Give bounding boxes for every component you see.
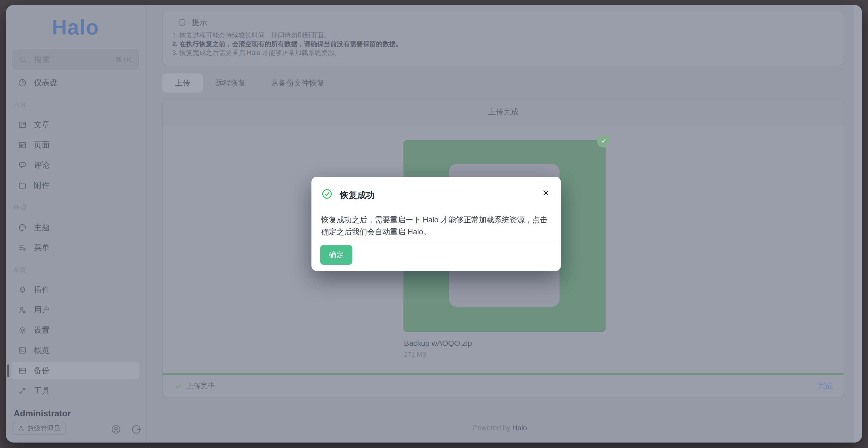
nav-label: 菜单 bbox=[34, 242, 50, 253]
sidebar-item-attachments[interactable]: 附件 bbox=[11, 177, 140, 194]
logout-icon[interactable] bbox=[131, 424, 142, 435]
upload-status-header: 上传完成 bbox=[163, 99, 844, 125]
powered-brand-link[interactable]: Halo bbox=[512, 424, 527, 432]
nav-label: 设置 bbox=[34, 325, 50, 336]
tips-line: 3. 恢复完成之后需要重启 Halo 才能够正常加载系统资源。 bbox=[172, 48, 836, 57]
search-input[interactable] bbox=[33, 55, 115, 64]
search-icon bbox=[19, 56, 27, 64]
sidebar-item-posts[interactable]: 文章 bbox=[11, 116, 140, 133]
scrollbar-gutter[interactable] bbox=[854, 5, 862, 443]
active-indicator bbox=[7, 364, 9, 377]
upload-footer: 上传完毕 完成 bbox=[163, 375, 844, 397]
info-icon bbox=[178, 18, 186, 27]
gear-icon bbox=[18, 326, 27, 335]
success-check-circle-icon bbox=[321, 188, 333, 200]
user-settings-icon bbox=[18, 306, 27, 315]
restore-success-modal: 恢复成功 恢复成功之后，需要重启一下 Halo 才能够正常加载系统资源，点击确定… bbox=[311, 177, 561, 271]
terminal-icon bbox=[18, 346, 27, 355]
modal-divider bbox=[311, 241, 561, 241]
modal-body-text: 恢复成功之后，需要重启一下 Halo 才能够正常加载系统资源，点击确定之后我们会… bbox=[321, 214, 550, 238]
plugin-icon bbox=[18, 286, 27, 294]
nav-section-content: 内容 bbox=[13, 100, 140, 109]
nav-label: 插件 bbox=[34, 285, 50, 295]
tips-line: 1. 恢复过程可能会持续较长时间，期间请勿刷新页面。 bbox=[172, 31, 836, 40]
sidebar-nav: 仪表盘 内容 文章 页面 bbox=[11, 74, 140, 400]
tools-icon bbox=[18, 387, 27, 395]
nav-label: 评论 bbox=[34, 160, 50, 171]
badge-check-icon bbox=[600, 138, 607, 145]
nav-label: 仪表盘 bbox=[34, 77, 58, 88]
sidebar-item-plugins[interactable]: 插件 bbox=[11, 281, 140, 299]
tab-remote-restore[interactable]: 远程恢复 bbox=[203, 73, 258, 93]
pages-icon bbox=[18, 141, 27, 149]
close-icon bbox=[542, 189, 550, 197]
tips-line: 2. 在执行恢复之前，会清空现有的所有数据，请确保当前没有需要保留的数据。 bbox=[172, 40, 836, 48]
sidebar-item-overview[interactable]: 概览 bbox=[11, 342, 140, 359]
screen: Halo ⌘+K 仪表盘 内容 bbox=[0, 0, 868, 448]
check-icon bbox=[175, 382, 183, 390]
backup-icon bbox=[18, 366, 27, 375]
sidebar-item-users[interactable]: 用户 bbox=[11, 301, 140, 319]
confirm-button[interactable]: 确定 bbox=[320, 245, 352, 265]
modal-close-button[interactable] bbox=[541, 188, 551, 198]
sidebar-item-tools[interactable]: 工具 bbox=[11, 382, 140, 400]
file-size: 271 MB bbox=[404, 351, 427, 358]
sidebar-item-dashboard[interactable]: 仪表盘 bbox=[11, 74, 140, 91]
sidebar-item-backup[interactable]: 备份 bbox=[11, 362, 140, 380]
sidebar-item-settings[interactable]: 设置 bbox=[11, 322, 140, 339]
powered-prefix: Powered by bbox=[473, 424, 512, 432]
role-badge: 超级管理员 bbox=[12, 422, 65, 435]
sidebar-item-themes[interactable]: 主题 bbox=[11, 219, 140, 236]
gauge-icon bbox=[18, 79, 27, 87]
user-name: Administrator bbox=[14, 408, 138, 418]
file-name: Backup wAOQO.zip bbox=[404, 339, 472, 348]
sidebar-item-comments[interactable]: 评论 bbox=[11, 156, 140, 174]
nav-label: 备份 bbox=[34, 365, 50, 376]
nav-label: 用户 bbox=[34, 305, 50, 316]
upload-footer-status: 上传完毕 bbox=[175, 381, 215, 391]
sidebar-item-menus[interactable]: 菜单 bbox=[11, 239, 140, 257]
tips-title: 提示 bbox=[192, 17, 207, 28]
nav-label: 页面 bbox=[34, 140, 50, 151]
nav-section-appearance: 外观 bbox=[13, 203, 140, 211]
done-link[interactable]: 完成 bbox=[817, 381, 833, 391]
nav-label: 概览 bbox=[34, 345, 50, 356]
upload-footer-text: 上传完毕 bbox=[186, 381, 215, 391]
upload-complete-badge bbox=[597, 135, 610, 148]
sidebar-item-pages[interactable]: 页面 bbox=[11, 136, 140, 154]
tips-alert: 提示 1. 恢复过程可能会持续较长时间，期间请勿刷新页面。 2. 在执行恢复之前… bbox=[162, 12, 844, 65]
powered-by: Powered by Halo bbox=[146, 424, 854, 432]
role-label: 超级管理员 bbox=[27, 424, 60, 433]
nav-label: 主题 bbox=[34, 222, 50, 233]
search-box[interactable]: ⌘+K bbox=[12, 49, 139, 70]
user-circle-icon[interactable] bbox=[111, 424, 121, 435]
palette-icon bbox=[18, 223, 27, 232]
user-actions bbox=[111, 424, 142, 435]
tab-upload[interactable]: 上传 bbox=[162, 73, 203, 93]
nav-label: 工具 bbox=[34, 385, 50, 396]
posts-icon bbox=[18, 120, 27, 129]
sidebar: Halo ⌘+K 仪表盘 内容 bbox=[6, 5, 146, 443]
menu-settings-icon bbox=[18, 243, 27, 252]
search-shortcut: ⌘+K bbox=[115, 55, 132, 64]
comments-icon bbox=[18, 161, 27, 170]
modal-title: 恢复成功 bbox=[340, 189, 375, 201]
tab-restore-from-backup[interactable]: 从备份文件恢复 bbox=[258, 73, 337, 93]
halo-logo: Halo bbox=[6, 17, 145, 38]
tips-list: 1. 恢复过程可能会持续较长时间，期间请勿刷新页面。 2. 在执行恢复之前，会清… bbox=[172, 31, 836, 57]
nav-label: 文章 bbox=[34, 119, 50, 130]
nav-label: 附件 bbox=[34, 180, 50, 191]
restore-tabs: 上传 远程恢复 从备份文件恢复 bbox=[162, 73, 337, 93]
nav-section-system: 系统 bbox=[13, 265, 140, 273]
role-user-icon bbox=[18, 425, 25, 431]
folder-icon bbox=[18, 181, 27, 190]
